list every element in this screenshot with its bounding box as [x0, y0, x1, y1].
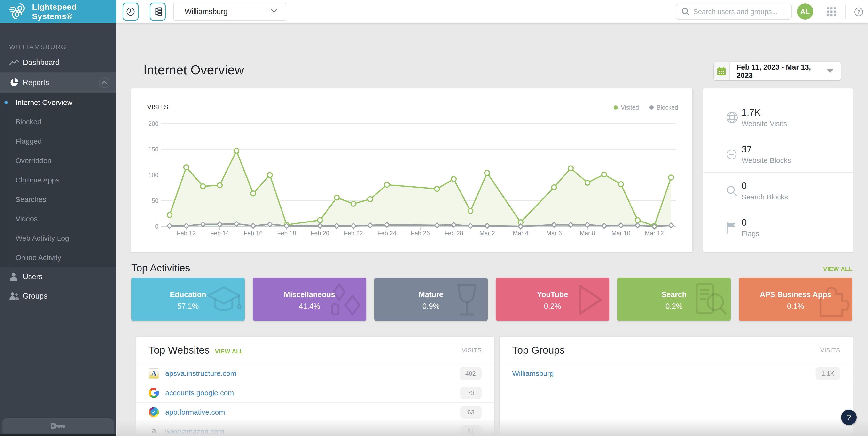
visited-data-point[interactable] — [351, 201, 356, 206]
activity-card-youtube[interactable]: YouTube0.2% — [496, 278, 609, 321]
visited-data-point[interactable] — [635, 218, 640, 223]
y-axis-tick-label: 50 — [152, 197, 158, 204]
graduation-cap-icon — [205, 281, 243, 321]
hierarchy-icon — [153, 7, 162, 17]
stat-value: 1.7K — [742, 107, 787, 118]
sidebar-subitem-web-activity-log[interactable]: Web Activity Log — [0, 229, 116, 248]
sidebar-subitem-searches[interactable]: Searches — [0, 190, 116, 209]
top-websites-title: Top Websites — [149, 344, 210, 356]
x-axis-tick-label: Mar 8 — [580, 230, 595, 236]
x-axis-tick-label: Feb 12 — [177, 230, 196, 236]
legend-item-visited[interactable]: Visited — [614, 104, 639, 111]
brand-logo[interactable]: Lightspeed Systems® — [0, 0, 116, 23]
activity-percent: 41.4% — [253, 302, 366, 311]
sidebar-subitem-label: Chrome Apps — [16, 176, 60, 184]
x-axis-tick-label: Mar 6 — [546, 230, 562, 236]
visited-data-point[interactable] — [184, 165, 189, 170]
stat-website-visits: 1.7KWebsite Visits — [703, 99, 853, 136]
visited-data-point[interactable] — [618, 182, 623, 186]
visited-data-point[interactable] — [602, 172, 607, 177]
visited-data-point[interactable] — [334, 195, 339, 200]
sidebar-subitem-label: Online Activity — [16, 254, 61, 262]
sidebar-collapse-bar[interactable] — [2, 418, 114, 434]
sidebar-item-dashboard[interactable]: Dashboard — [0, 53, 116, 72]
visited-data-point[interactable] — [200, 184, 206, 189]
top-activities-view-all-link[interactable]: VIEW ALL — [823, 266, 853, 273]
legend-dot-icon — [650, 106, 654, 110]
sidebar-subitem-videos[interactable]: Videos — [0, 209, 116, 229]
visited-data-point[interactable] — [552, 185, 556, 190]
help-fab-button[interactable]: ? — [841, 410, 857, 425]
sidebar-subitem-online-activity[interactable]: Online Activity — [0, 248, 116, 267]
website-row-accounts-google-com[interactable]: accounts.google.com73 — [136, 383, 494, 403]
favicon-formative: ✓ — [149, 407, 159, 417]
website-link[interactable]: apsva.instructure.com — [165, 369, 236, 378]
website-row-app-formative-com[interactable]: ✓app.formative.com63 — [136, 403, 494, 422]
top-websites-view-all-link[interactable]: VIEW ALL — [215, 348, 244, 355]
x-axis-tick-label: Feb 22 — [344, 230, 363, 236]
sidebar-subitem-overridden[interactable]: Overridden — [0, 151, 116, 170]
activity-card-education[interactable]: Education57.1% — [131, 278, 245, 321]
group-link[interactable]: Williamsburg — [512, 369, 554, 378]
sidebar-subitem-flagged[interactable]: Flagged — [0, 132, 116, 151]
visited-data-point[interactable] — [485, 171, 490, 175]
flag-icon — [725, 221, 740, 234]
sidebar-subitem-internet-overview[interactable]: Internet Overview — [0, 93, 116, 112]
history-button[interactable] — [123, 3, 138, 21]
sidebar-item-users[interactable]: Users — [0, 267, 116, 286]
x-axis-tick-label: Feb 24 — [377, 230, 396, 236]
header-divider — [845, 4, 846, 19]
visited-data-point[interactable] — [251, 191, 255, 196]
stat-label: Website Visits — [742, 119, 787, 128]
stat-search-blocks: 0Search Blocks — [703, 172, 853, 209]
legend-item-blocked[interactable]: Blocked — [650, 104, 678, 111]
visited-data-point[interactable] — [318, 218, 322, 223]
org-selector-dropdown[interactable]: Williamsburg — [174, 3, 286, 21]
website-link[interactable]: www.amazon.com — [165, 428, 224, 436]
visited-data-point[interactable] — [268, 173, 272, 177]
top-header: Lightspeed Systems® Williamsburg AL — [0, 0, 868, 23]
activity-card-miscellaneous[interactable]: Miscellaneous41.4% — [253, 278, 366, 321]
activity-card-search[interactable]: Search0.2% — [617, 278, 731, 321]
avatar[interactable]: AL — [797, 3, 813, 20]
sidebar-item-reports[interactable]: Reports — [0, 72, 116, 93]
visited-data-point[interactable] — [234, 148, 239, 153]
sidebar-item-label: Groups — [23, 292, 48, 300]
visited-data-point[interactable] — [468, 208, 473, 213]
visited-data-point[interactable] — [217, 183, 222, 187]
sidebar-subitem-blocked[interactable]: Blocked — [0, 112, 116, 132]
visited-data-point[interactable] — [451, 177, 456, 181]
visits-count-badge: 51 — [460, 425, 482, 436]
visited-data-point[interactable] — [384, 182, 389, 187]
search-icon — [681, 7, 690, 16]
collapse-chevron-icon[interactable] — [98, 77, 110, 88]
visits-column-header: VISITS — [820, 347, 840, 354]
chart-legend: VisitedBlocked — [614, 104, 678, 111]
date-range-picker[interactable]: Feb 11, 2023 - Mar 13, 2023 — [714, 62, 841, 81]
visited-data-point[interactable] — [568, 166, 573, 171]
visited-data-point[interactable] — [368, 197, 373, 202]
sidebar-bottom-strip — [0, 434, 116, 436]
website-row-apsva-instructure-com[interactable]: Aapsva.instructure.com482 — [136, 364, 494, 383]
sidebar-subitem-chrome-apps[interactable]: Chrome Apps — [0, 170, 116, 190]
website-link[interactable]: app.formative.com — [165, 408, 225, 416]
group-row-williamsburg[interactable]: Williamsburg1.1K — [499, 364, 853, 383]
website-row-www-amazon-com[interactable]: awww.amazon.com51 — [136, 422, 494, 436]
wine-glass-icon — [447, 281, 486, 321]
activity-card-mature[interactable]: Mature0.9% — [374, 278, 488, 321]
search-input[interactable] — [693, 8, 785, 16]
visited-data-point[interactable] — [669, 175, 674, 180]
sidebar-subitem-label: Blocked — [16, 118, 41, 126]
org-hierarchy-button[interactable] — [150, 3, 166, 21]
visited-data-point[interactable] — [167, 212, 172, 217]
website-link[interactable]: accounts.google.com — [165, 389, 234, 397]
help-menu-button[interactable]: ? — [854, 7, 864, 18]
visited-data-point[interactable] — [585, 180, 590, 185]
sidebar-item-groups[interactable]: Groups — [0, 287, 116, 306]
app-grid-button[interactable] — [827, 7, 836, 18]
activity-card-aps-business-apps[interactable]: APS Business Apps0.1% — [739, 278, 852, 321]
stat-label: Flags — [742, 230, 759, 238]
activity-percent: 0.2% — [496, 302, 609, 311]
activity-label: YouTube — [496, 290, 609, 299]
visited-data-point[interactable] — [435, 186, 439, 191]
